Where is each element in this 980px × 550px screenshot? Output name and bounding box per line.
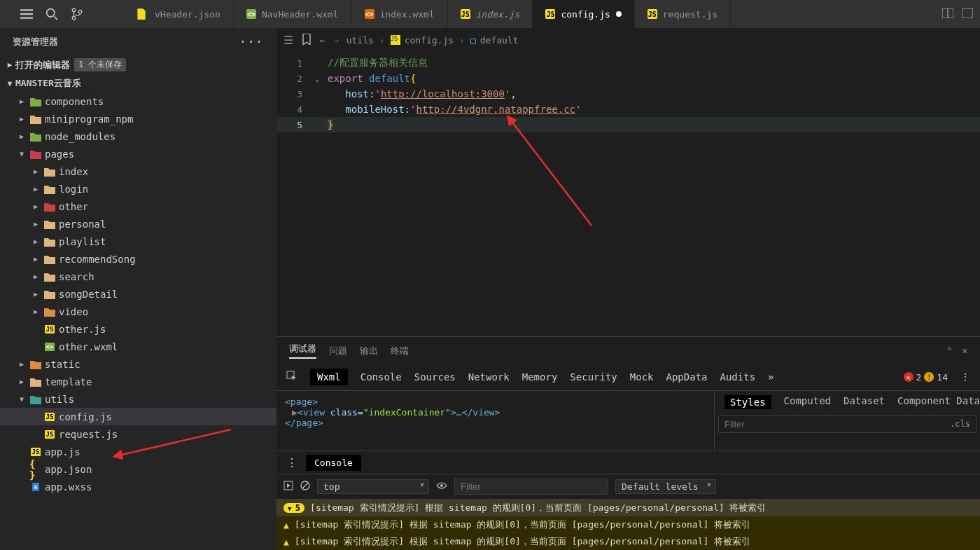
svg-point-6	[72, 16, 76, 20]
levels-select[interactable]: Default levels	[615, 479, 716, 494]
editor-tabs: vHeader.json <>NavHeader.wxml <>index.wx…	[121, 0, 731, 28]
js-icon: JS	[391, 35, 400, 45]
tree-folder-songdetail[interactable]: ▶songDetail	[0, 285, 276, 303]
devtools-tab-sources[interactable]: Sources	[414, 371, 456, 383]
fold-icon[interactable]: ⌄	[315, 74, 328, 83]
devtools-more-icon[interactable]: »	[768, 371, 774, 383]
kebab-icon[interactable]: ⋮	[960, 371, 970, 383]
chevron-up-icon[interactable]: ⌃	[946, 345, 952, 356]
clear-icon[interactable]	[300, 481, 310, 493]
play-icon[interactable]	[284, 481, 293, 493]
breadcrumb-bar: ☰ ← → utils JS config.js ▢ default	[276, 28, 980, 53]
eye-icon[interactable]	[436, 480, 447, 493]
tree-folder-utils[interactable]: ▼utils	[0, 390, 276, 408]
tree-folder-playlist[interactable]: ▶playlist	[0, 233, 276, 250]
bookmark-icon[interactable]	[302, 34, 312, 47]
breadcrumb-item[interactable]: config.js	[405, 35, 454, 46]
section-open-editors[interactable]: ▶ 打开的编辑器 1 个未保存	[0, 55, 276, 74]
tree-folder-static[interactable]: ▶static	[0, 355, 276, 373]
log-row[interactable]: 5 [sitemap 索引情况提示] 根据 sitemap 的规则[0]，当前页…	[276, 500, 980, 516]
inspect-icon[interactable]	[286, 371, 298, 384]
console-toolbar: top Default levels	[276, 474, 980, 500]
devtools-tab-security[interactable]: Security	[570, 371, 617, 383]
tree-file-other-js[interactable]: JSother.js	[0, 320, 276, 338]
devtools-tab-memory[interactable]: Memory	[522, 371, 558, 383]
tree-file-config-js[interactable]: JSconfig.js	[0, 408, 276, 425]
console-filter-input[interactable]	[454, 479, 608, 495]
tree-folder-video[interactable]: ▶video	[0, 303, 276, 320]
section-project[interactable]: ▼ MANSTER云音乐	[0, 74, 276, 92]
tab-navheader-wxml[interactable]: <>NavHeader.wxml	[234, 0, 352, 28]
tree-file-request-js[interactable]: JSrequest.js	[0, 425, 276, 443]
toc-icon[interactable]: ☰	[284, 34, 293, 47]
tree-folder-template[interactable]: ▶template	[0, 373, 276, 390]
devtools-tab-mock[interactable]: Mock	[630, 371, 654, 383]
tab-problems[interactable]: 问题	[329, 345, 347, 357]
tree-folder-login[interactable]: ▶login	[0, 180, 276, 198]
sidebar: 资源管理器 ··· ▶ 打开的编辑器 1 个未保存 ▼ MANSTER云音乐 ▶…	[0, 28, 276, 550]
kebab-icon[interactable]: ⋮	[286, 456, 298, 469]
split-layout-icon[interactable]	[942, 8, 953, 21]
js-icon: JS	[545, 9, 555, 19]
styles-filter-input[interactable]	[719, 416, 944, 432]
svg-line-16	[302, 483, 308, 488]
tree-folder-components[interactable]: ▶components	[0, 92, 276, 110]
folder-icon	[29, 97, 42, 106]
styles-tab-dataset[interactable]: Dataset	[844, 395, 885, 409]
devtools-tab-console[interactable]: Console	[360, 371, 402, 383]
nav-forward-icon[interactable]: →	[334, 35, 340, 46]
warning-badge-icon[interactable]: !	[924, 372, 934, 382]
titlebar-left-icons	[10, 6, 93, 22]
context-select[interactable]: top	[317, 479, 429, 494]
styles-tab-componentdata[interactable]: Component Data	[897, 395, 980, 409]
chevron-right-icon: ▶	[20, 115, 29, 123]
tree-folder-miniprogram[interactable]: ▶miniprogram_npm	[0, 110, 276, 128]
tab-vheader-json[interactable]: vHeader.json	[121, 0, 234, 28]
devtools-tab-wxml[interactable]: Wxml	[310, 369, 348, 385]
tree-folder-recommend[interactable]: ▶recommendSong	[0, 250, 276, 268]
tree-folder-other[interactable]: ▶other	[0, 198, 276, 215]
tree-folder-personal[interactable]: ▶personal	[0, 215, 276, 233]
console-drawer-tab[interactable]: Console	[306, 455, 361, 471]
branch-icon[interactable]	[69, 6, 85, 22]
tab-output[interactable]: 输出	[360, 345, 378, 357]
layout-icon[interactable]	[962, 8, 973, 21]
tree-folder-index[interactable]: ▶index	[0, 163, 276, 180]
devtools-tab-audits[interactable]: Audits	[720, 371, 756, 383]
tab-request-js[interactable]: JSrequest.js	[635, 0, 731, 28]
tree-file-app-wxss[interactable]: ≋app.wxss	[0, 478, 276, 495]
log-row[interactable]: ▲ [sitemap 索引情况提示] 根据 sitemap 的规则[0]，当前页…	[276, 516, 980, 533]
svg-point-7	[78, 10, 82, 13]
tree-folder-search[interactable]: ▶search	[0, 268, 276, 285]
close-icon[interactable]: ✕	[962, 345, 967, 356]
breadcrumb-item[interactable]: utils	[346, 35, 374, 46]
cls-toggle[interactable]: .cls	[944, 416, 976, 432]
tree-folder-pages[interactable]: ▼pages	[0, 145, 276, 163]
styles-tab-computed[interactable]: Computed	[784, 395, 831, 409]
tab-label: NavHeader.wxml	[262, 9, 339, 20]
tree-folder-nodemodules[interactable]: ▶node_modules	[0, 128, 276, 145]
tab-index-wxml[interactable]: <>index.wxml	[352, 0, 448, 28]
tab-terminal[interactable]: 终端	[391, 345, 409, 357]
search-icon[interactable]	[44, 6, 59, 22]
tab-index-js[interactable]: JSindex.js	[448, 0, 533, 28]
code-editor[interactable]: 1//配置服务器相关信息 2⌄export default{ 3 host:'h…	[276, 53, 980, 336]
menu-icon[interactable]	[19, 6, 34, 22]
tab-config-js[interactable]: JSconfig.js	[533, 0, 634, 28]
wxml-pane[interactable]: <page> ▶<view class="indexContainer">…</…	[276, 391, 714, 451]
styles-tab-styles[interactable]: Styles	[724, 395, 771, 409]
nav-back-icon[interactable]: ←	[320, 35, 326, 46]
tab-debugger[interactable]: 调试器	[289, 343, 316, 359]
error-badge-icon[interactable]: ✕	[904, 372, 913, 382]
expander-badge[interactable]: 5	[284, 503, 304, 513]
breadcrumb-item[interactable]: default	[480, 35, 519, 46]
tree-file-app-json[interactable]: { }app.json	[0, 460, 276, 478]
log-row[interactable]: ▲ [sitemap 索引情况提示] 根据 sitemap 的规则[0]，当前页…	[276, 533, 980, 550]
devtools-tab-appdata[interactable]: AppData	[666, 371, 708, 383]
svg-line-12	[511, 121, 592, 226]
breadcrumb-path[interactable]: utils JS config.js ▢ default	[346, 35, 519, 46]
tree-file-other-wxml[interactable]: <>other.wxml	[0, 338, 276, 355]
devtools-tab-network[interactable]: Network	[468, 371, 510, 383]
error-count: 2	[916, 372, 922, 383]
more-icon[interactable]: ···	[239, 35, 264, 48]
